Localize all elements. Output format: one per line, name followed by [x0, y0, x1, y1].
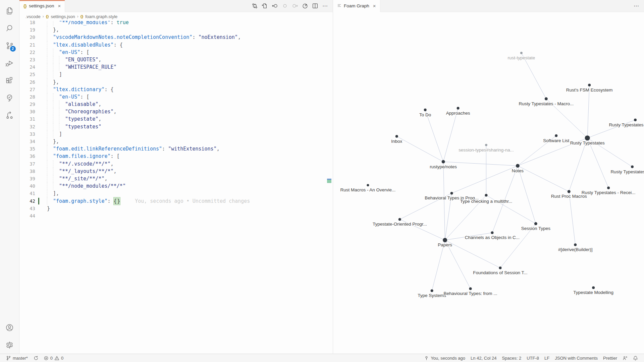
- graph-svg[interactable]: rust-typestateRust's FSM EcosystemRusty …: [333, 12, 644, 354]
- graph-node-modelling[interactable]: [592, 286, 595, 289]
- breadcrumb-item[interactable]: foam.graph.style: [85, 14, 117, 19]
- code-line-23[interactable]: 23"EN_QUOTES",: [19, 56, 333, 63]
- code-line-26[interactable]: 26},: [19, 78, 333, 86]
- graph-node-papers[interactable]: [443, 238, 447, 242]
- graph-node-label[interactable]: Approaches: [446, 111, 470, 116]
- activity-bar-item-files[interactable]: [2, 2, 18, 19]
- status-gitlens-blame-status[interactable]: You, seconds ago: [421, 354, 468, 362]
- code-line-27[interactable]: 27"ltex.dictionary": {: [19, 86, 333, 93]
- graph-node-behavioral[interactable]: [450, 192, 453, 194]
- status-feedback[interactable]: [620, 354, 630, 362]
- foam-graph-canvas[interactable]: rust-typestateRust's FSM EcosystemRusty …: [333, 12, 644, 354]
- status-problems-status[interactable]: 00: [41, 354, 66, 362]
- graph-node-session-ph[interactable]: [485, 144, 487, 146]
- breadcrumb[interactable]: .vscode›{}settings.json›{}foam.graph.sty…: [19, 12, 333, 21]
- graph-node-label[interactable]: Rusty Typestates: [609, 122, 644, 127]
- graph-node-typestate-oriented[interactable]: [398, 218, 401, 221]
- graph-node-rust-macros[interactable]: [367, 184, 369, 186]
- code-line-30[interactable]: 30"Choreographies",: [19, 108, 333, 115]
- graph-node-label[interactable]: Rusty Typestates: [570, 140, 605, 145]
- graph-node-label[interactable]: #[derive(Builder)]: [558, 247, 593, 252]
- graph-node-recei[interactable]: [607, 186, 610, 189]
- graph-node-rt-top[interactable]: [634, 119, 637, 121]
- status-encoding[interactable]: UTF-8: [524, 354, 542, 362]
- code-line-39[interactable]: 39"**/_site/**/*",: [19, 175, 333, 182]
- graph-node-label[interactable]: Behavioural Types: from ...: [444, 291, 497, 296]
- graph-node-label[interactable]: Session Types: [521, 226, 551, 231]
- code-line-36[interactable]: 36"foam.files.ignore": [: [19, 153, 333, 160]
- graph-node-label[interactable]: Type checking a multithr...: [460, 199, 513, 204]
- code-line-38[interactable]: 38"**/_layouts/**/*",: [19, 168, 333, 175]
- code-line-22[interactable]: 22"en-US": [: [19, 49, 333, 56]
- open-file-icon[interactable]: [261, 2, 269, 10]
- code-line-20[interactable]: 20"vscodeMarkdownNotes.noteCompletionCon…: [19, 34, 333, 41]
- graph-node-rustype[interactable]: [442, 160, 445, 164]
- graph-node-label[interactable]: Papers: [438, 242, 452, 247]
- status-language-mode[interactable]: JSON with Comments: [552, 354, 600, 362]
- code-line-35[interactable]: 35"foam.edit.linkReferenceDefinitions": …: [19, 145, 333, 153]
- graph-node-label[interactable]: Foundations of Session T...: [473, 270, 527, 275]
- graph-node-rt-mid[interactable]: [631, 166, 634, 168]
- graph-node-label[interactable]: rustype/notes: [430, 164, 457, 169]
- graph-node-derive[interactable]: [574, 243, 577, 246]
- graph-node-behavioural[interactable]: [469, 287, 472, 290]
- code-line-19[interactable]: 19},: [19, 26, 333, 34]
- status-git-branch-status[interactable]: master*: [3, 354, 31, 362]
- graph-node-label[interactable]: Rusty Typestates -: [610, 169, 644, 174]
- graph-node-label[interactable]: Rusty Typestates - Macro...: [519, 101, 574, 106]
- graph-node-label[interactable]: session-types#sharing-na...: [459, 147, 514, 153]
- activity-bar-item-source-control[interactable]: 2: [2, 37, 18, 54]
- graph-node-label[interactable]: Software List: [543, 138, 569, 143]
- code-line-25[interactable]: 25]: [19, 71, 333, 78]
- split-editor-icon[interactable]: [311, 2, 319, 10]
- code-line-34[interactable]: 34},: [19, 138, 333, 145]
- diff-circle-icon[interactable]: [281, 2, 289, 10]
- graph-node-software[interactable]: [555, 134, 557, 137]
- status-eol[interactable]: LF: [542, 354, 552, 362]
- status-cursor-position[interactable]: Ln 42, Col 24: [468, 354, 499, 362]
- graph-node-label[interactable]: Typestate Modelling: [573, 290, 613, 295]
- breadcrumb-item[interactable]: .vscode: [25, 14, 41, 19]
- code-line-28[interactable]: 28"en-US": [: [19, 93, 333, 101]
- code-line-32[interactable]: 32"typestates": [19, 123, 333, 130]
- status-indentation[interactable]: Spaces: 2: [499, 354, 524, 362]
- code-line-29[interactable]: 29"aliasable",: [19, 101, 333, 108]
- graph-node-hub[interactable]: [585, 135, 590, 140]
- activity-bar-item-run-debug[interactable]: [2, 54, 18, 72]
- more-actions-icon[interactable]: ⋯: [321, 2, 329, 10]
- graph-node-todo[interactable]: [424, 109, 427, 111]
- diff-next-icon[interactable]: [291, 2, 299, 10]
- more-actions-icon[interactable]: ⋯: [632, 2, 641, 10]
- graph-node-typecheck[interactable]: [485, 194, 488, 196]
- code-line-31[interactable]: 31"typestate",: [19, 115, 333, 123]
- status-notifications[interactable]: [630, 354, 641, 362]
- graph-node-label[interactable]: Notes: [512, 168, 524, 173]
- code-editor[interactable]: 18"**/node_modules": true19},20"vscodeMa…: [19, 21, 333, 354]
- graph-node-label[interactable]: Channels as Objects in C...: [465, 235, 520, 240]
- code-line-33[interactable]: 33]: [19, 130, 333, 138]
- code-line-41[interactable]: 41],: [19, 190, 333, 197]
- graph-node-procmacros[interactable]: [568, 190, 571, 193]
- code-line-37[interactable]: 37"**/.vscode/**/*",: [19, 160, 333, 168]
- close-tab-icon[interactable]: ×: [373, 3, 376, 9]
- graph-node-label[interactable]: Type Systems: [418, 293, 446, 298]
- code-line-42[interactable]: 42"foam.graph.style": {}You, seconds ago…: [19, 197, 333, 205]
- graph-node-rusts-fsm[interactable]: [588, 84, 591, 86]
- graph-node-label[interactable]: rust-typestate: [508, 55, 535, 60]
- graph-node-sessiontypes[interactable]: [534, 222, 537, 225]
- graph-node-approaches[interactable]: [457, 107, 460, 110]
- breadcrumb-item[interactable]: settings.json: [51, 14, 75, 19]
- graph-node-label[interactable]: Rust Proc Macros: [551, 194, 587, 199]
- graph-node-inbox[interactable]: [395, 135, 398, 138]
- tab-foam-graph[interactable]: Foam Graph ×: [333, 0, 380, 12]
- graph-node-notes[interactable]: [516, 164, 520, 168]
- graph-node-typesystems[interactable]: [431, 289, 433, 292]
- activity-bar-item-search[interactable]: [2, 19, 18, 37]
- activity-bar-item-account[interactable]: [2, 319, 18, 336]
- code-line-44[interactable]: 44: [19, 212, 333, 220]
- code-line-43[interactable]: 43}: [19, 205, 333, 212]
- graph-node-rt-macro[interactable]: [545, 97, 548, 100]
- graph-node-label[interactable]: Inbox: [391, 139, 402, 144]
- code-line-21[interactable]: 21"ltex.disabledRules": {: [19, 41, 333, 49]
- timeline-icon[interactable]: [301, 2, 309, 10]
